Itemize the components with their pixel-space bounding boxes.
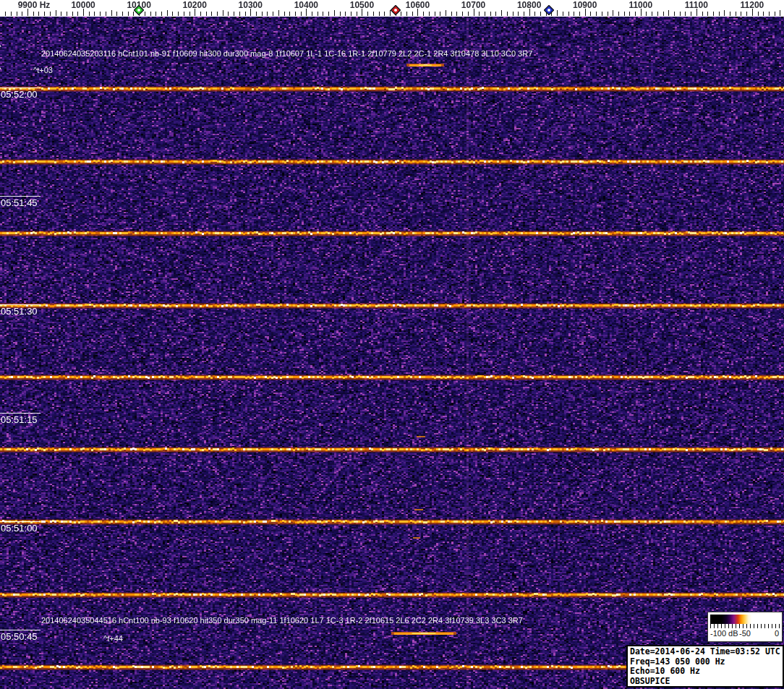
info-frequency: Freq=143 050 000 Hz [630, 657, 780, 667]
red-diamond-marker[interactable] [391, 5, 401, 15]
detection-annotation-1: 20140624035203116 hCnt101 nb-91 f10609 h… [41, 49, 532, 58]
time-label-1: 05:51:45 [1, 197, 38, 208]
colorbar-max-label: 0 [775, 629, 779, 638]
freq-label-11100: 11100 [685, 0, 708, 10]
colorbar-gradient [710, 615, 780, 624]
freq-label-10600: 10600 [406, 0, 430, 10]
blue-diamond-marker[interactable] [544, 5, 554, 15]
time-label-2: 05:51:30 [1, 306, 38, 317]
frequency-ruler: 9900 Hz100001010010200103001040010500106… [0, 0, 784, 17]
freq-label-10700: 10700 [461, 0, 485, 10]
time-label-0: 05:52:00 [1, 89, 38, 100]
detection-marker-1: ^t+03 [33, 66, 53, 74]
spectrogram-canvas [0, 17, 784, 689]
observation-info-box: Date=2014-06-24 Time=03:52 UTC Freq=143 … [626, 645, 784, 688]
freq-label-10000: 10000 [71, 0, 95, 10]
info-date-time: Date=2014-06-24 Time=03:52 UTC [630, 647, 780, 657]
colorbar-mid-label: -50 [739, 629, 751, 638]
time-label-5: 05:50:45 [1, 631, 38, 642]
freq-label-10200: 10200 [183, 0, 207, 10]
left-edge-mark-0: ^ [0, 42, 1, 52]
colorbar-min-label: -100 dB [710, 629, 738, 638]
time-label-4: 05:51:00 [1, 523, 38, 534]
freq-label-10900: 10900 [573, 0, 597, 10]
freq-label-11200: 11200 [741, 0, 764, 10]
time-label-3: 05:51:15 [1, 414, 38, 425]
colorbar-legend: -100 dB -50 0 [707, 612, 783, 642]
detection-annotation-2: 20140624035044516 hCnt100 nb-93 f10620 h… [41, 616, 523, 625]
freq-label-10400: 10400 [294, 0, 318, 10]
freq-label-11000: 11000 [629, 0, 652, 10]
freq-label-10800: 10800 [517, 0, 541, 10]
spectrogram-viewer: 9900 Hz100001010010200103001040010500106… [0, 0, 784, 689]
freq-label-9900: 9900 Hz [18, 0, 51, 10]
colorbar-tick-ruler [710, 624, 780, 628]
freq-label-10300: 10300 [239, 0, 263, 10]
freq-label-10500: 10500 [350, 0, 374, 10]
detection-marker-2: ^t+44 [103, 634, 123, 643]
green-diamond-marker[interactable] [134, 5, 144, 15]
left-edge-mark-1: ^ [0, 64, 1, 74]
info-station: OBSUPICE [630, 677, 780, 687]
info-echo: Echo=10 600 Hz [630, 667, 780, 677]
